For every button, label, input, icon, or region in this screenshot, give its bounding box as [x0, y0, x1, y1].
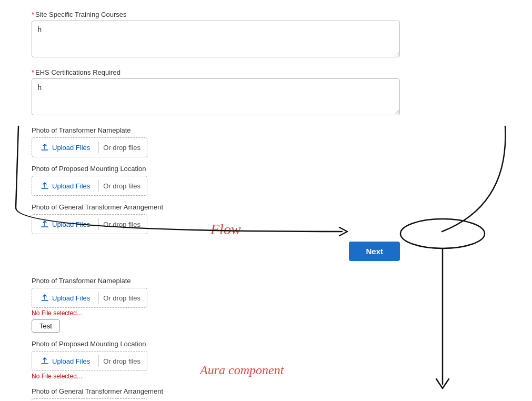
next-button[interactable]: Next [349, 242, 400, 261]
upload-label-1: Photo of Transformer Nameplate [32, 126, 500, 134]
upload-label-4: Photo of Transformer Nameplate [32, 277, 500, 285]
drop-text-2: Or drop files [103, 182, 140, 190]
upload-label-2: Photo of Proposed Mounting Location [32, 165, 500, 173]
site-training-label-text: Site Specific Training Courses [35, 11, 126, 18]
upload-group-bottom: Photo of Transformer Nameplate Upload Fi… [32, 277, 500, 401]
upload-group-top: Photo of Transformer Nameplate Upload Fi… [32, 126, 500, 234]
divider-2 [98, 180, 99, 192]
required-star-1: * [32, 11, 34, 18]
no-file-text-2: No File selected... [32, 373, 500, 380]
upload-label-3: Photo of General Transformer Arrangement [32, 203, 500, 211]
ehs-cert-field: * EHS Certifications Required h [32, 68, 500, 117]
drop-text-1: Or drop files [103, 144, 140, 152]
ehs-cert-input[interactable]: h [32, 78, 400, 115]
upload-box-1: Upload Files Or drop files [32, 137, 147, 157]
upload-icon-2 [41, 182, 49, 190]
divider-4 [98, 292, 99, 304]
site-training-label: * Site Specific Training Courses [32, 11, 500, 18]
ehs-cert-label: * EHS Certifications Required [32, 68, 500, 76]
upload-files-btn-2[interactable]: Upload Files [38, 179, 94, 192]
upload-box-4: Upload Files Or drop files [32, 288, 147, 308]
upload-transformer-nameplate-top: Photo of Transformer Nameplate Upload Fi… [32, 126, 500, 157]
divider-5 [98, 355, 99, 367]
upload-transformer-nameplate-bottom: Photo of Transformer Nameplate Upload Fi… [32, 277, 500, 333]
next-btn-container: Next [32, 242, 400, 261]
upload-icon-5 [41, 357, 49, 365]
no-file-text-1: No File selected... [32, 309, 500, 317]
divider-3 [98, 218, 99, 230]
upload-mounting-location-top: Photo of Proposed Mounting Location Uplo… [32, 165, 500, 196]
drop-text-4: Or drop files [103, 294, 140, 302]
drop-text-5: Or drop files [103, 357, 140, 365]
upload-files-btn-3[interactable]: Upload Files [38, 218, 94, 230]
upload-mounting-location-bottom: Photo of Proposed Mounting Location Uplo… [32, 340, 500, 380]
upload-box-2: Upload Files Or drop files [32, 176, 147, 196]
upload-transformer-arrangement-bottom: Photo of General Transformer Arrangement… [32, 387, 500, 401]
ehs-cert-label-text: EHS Certifications Required [35, 68, 121, 76]
upload-label-5: Photo of Proposed Mounting Location [32, 340, 500, 348]
upload-box-5: Upload Files Or drop files [32, 351, 147, 371]
drop-text-3: Or drop files [103, 220, 140, 228]
upload-label-6: Photo of General Transformer Arrangement [32, 387, 500, 395]
upload-files-btn-4[interactable]: Upload Files [38, 292, 94, 304]
upload-box-6: Upload Files Or drop files [32, 398, 147, 401]
upload-icon-3 [41, 220, 49, 228]
upload-box-3: Upload Files Or drop files [32, 214, 147, 234]
required-star-2: * [32, 68, 34, 76]
divider-1 [98, 142, 99, 153]
site-training-field: * Site Specific Training Courses h [32, 11, 500, 59]
upload-files-btn-5[interactable]: Upload Files [38, 355, 94, 367]
test-button[interactable]: Test [32, 319, 60, 333]
upload-icon-1 [41, 143, 49, 152]
upload-transformer-arrangement-top: Photo of General Transformer Arrangement… [32, 203, 500, 234]
site-training-input[interactable]: h [32, 21, 400, 57]
upload-icon-4 [41, 294, 49, 302]
upload-files-btn-1[interactable]: Upload Files [38, 141, 94, 154]
